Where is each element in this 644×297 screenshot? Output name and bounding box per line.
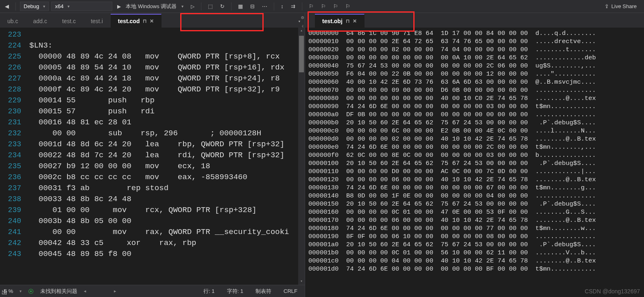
pin-icon[interactable]: ⊓ xyxy=(346,18,349,24)
platform-label: x64 xyxy=(55,3,63,9)
chevron-down-icon: ▾ xyxy=(68,4,70,9)
gear-icon[interactable]: ⚙ xyxy=(301,15,304,21)
scroll-thumb[interactable] xyxy=(299,36,304,72)
tab-label: test.cod xyxy=(118,18,140,24)
bookmark-clear-icon[interactable]: ⚐ xyxy=(343,2,353,11)
tab-label: test.obj xyxy=(322,18,343,24)
hex-content[interactable]: 00000000 64 86 1C 00 90 71 E8 64 1D 17 0… xyxy=(305,28,644,297)
platform-dropdown[interactable]: x64 ▾ xyxy=(51,2,112,11)
tool-icon-1[interactable]: ▦ xyxy=(236,2,245,11)
tool-icon-3[interactable]: ⋯ xyxy=(260,2,270,11)
col-indicator[interactable]: 字符: 1 xyxy=(224,288,247,295)
line-indicator[interactable]: 行: 1 xyxy=(200,288,218,295)
config-label: Debug xyxy=(24,3,39,9)
horizontal-scroll[interactable]: ◂ ▸ xyxy=(84,288,116,294)
code-content[interactable]: $LN3: 00000 48 89 4c 24 08 mov QWORD PTR… xyxy=(28,28,298,285)
chevron-down-icon: ▾ xyxy=(43,4,45,9)
bookmark-next-icon[interactable]: ⚐ xyxy=(331,2,341,11)
left-tabs: ub.c add.c test.c test.i test.cod ⊓ ✕ ▾ xyxy=(0,13,305,28)
live-share-label: Live Share xyxy=(611,3,637,9)
debugger-dropdown-icon[interactable]: ▾ xyxy=(179,2,186,10)
scroll-down-icon[interactable]: ▾ xyxy=(298,278,305,285)
close-icon[interactable]: ✕ xyxy=(353,18,357,24)
config-dropdown[interactable]: Debug ▾ xyxy=(20,2,49,11)
line-gutter: 223 224 225 226 227 228 229 230 231 232 … xyxy=(0,28,28,285)
nav-back-icon[interactable]: ◀ xyxy=(2,2,11,11)
bottom-fragment-text: 出 xyxy=(2,289,7,296)
eol-indicator[interactable]: CRLF xyxy=(280,288,301,294)
stop-icon[interactable]: ⬚ xyxy=(205,2,215,11)
tab-ub-c[interactable]: ub.c xyxy=(0,15,26,28)
tool-icon-2[interactable]: ⊟ xyxy=(248,2,257,11)
debugger-label[interactable]: 本地 Windows 调试器 xyxy=(126,3,177,10)
watermark-text: CSDN @dong132697 xyxy=(585,288,640,295)
restart-icon[interactable]: ↻ xyxy=(218,2,227,11)
right-editor-panel: ⚙ ⫞ test.obj ⊓ ✕ 00000000 64 86 1C 00 90… xyxy=(305,13,644,297)
scroll-left-icon[interactable]: ◂ xyxy=(84,288,86,294)
bookmark-icon[interactable]: ⚐ xyxy=(306,2,316,11)
left-editor-panel: ub.c add.c test.c test.i test.cod ⊓ ✕ ▾ … xyxy=(0,13,305,297)
status-ok-icon: ⦿ xyxy=(28,288,34,295)
share-icon: ⇪ xyxy=(605,3,609,9)
split-icon[interactable]: ⫞ xyxy=(301,23,304,29)
issues-label[interactable]: 未找到相关问题 xyxy=(40,288,77,295)
tool-icon-4[interactable]: ↕ xyxy=(278,2,286,11)
pin-icon[interactable]: ⊓ xyxy=(143,18,146,24)
statusbar: 5 % ▾ ⦿ 未找到相关问题 ◂ ▸ 行: 1 字符: 1 制表符 CRLF xyxy=(0,285,305,297)
tab-test-c[interactable]: test.c xyxy=(55,15,83,28)
right-tabs: test.obj ⊓ ✕ xyxy=(305,13,644,28)
vertical-scrollbar[interactable]: ▴ ▾ xyxy=(298,28,305,285)
close-icon[interactable]: ✕ xyxy=(150,18,154,24)
indent-indicator[interactable]: 制表符 xyxy=(252,288,275,295)
tool-icon-5[interactable]: ⇉ xyxy=(288,2,298,11)
live-share-button[interactable]: ⇪ Live Share xyxy=(605,3,642,9)
play-icon[interactable]: ▶ xyxy=(115,2,123,11)
scroll-right-icon[interactable]: ▸ xyxy=(114,288,116,294)
tab-test-i[interactable]: test.i xyxy=(83,15,111,28)
tab-test-cod[interactable]: test.cod ⊓ ✕ xyxy=(111,14,162,28)
tab-add-c[interactable]: add.c xyxy=(26,15,55,28)
bookmark-prev-icon[interactable]: ⚐ xyxy=(319,2,328,11)
main-toolbar: ◀ Debug ▾ x64 ▾ ▶ 本地 Windows 调试器 ▾ ▷ ⬚ ↻… xyxy=(0,0,644,13)
play-nodebug-icon[interactable]: ▷ xyxy=(188,2,197,11)
tab-test-obj[interactable]: test.obj ⊓ ✕ xyxy=(315,14,365,28)
